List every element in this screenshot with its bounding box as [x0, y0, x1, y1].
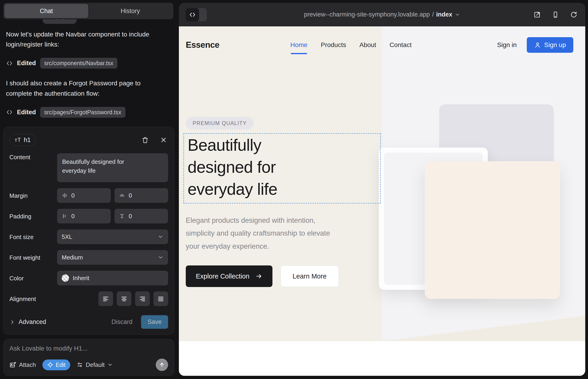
- nav-link-home[interactable]: Home: [290, 41, 308, 49]
- edit-action-label: Edited: [17, 109, 36, 116]
- delete-element-button[interactable]: [140, 135, 150, 144]
- chat-message-list: Now let's update the Navbar component to…: [6, 29, 172, 127]
- chevron-down-icon: [454, 12, 460, 17]
- nav-link-about[interactable]: About: [359, 41, 376, 49]
- preview-browser-bar: preview--charming-site-symphony.lovable.…: [179, 3, 585, 26]
- align-center-button[interactable]: [117, 291, 131, 306]
- transparent-swatch-icon: [62, 274, 69, 282]
- edit-action-label: Edited: [17, 60, 36, 67]
- padding-vertical-icon: [119, 213, 125, 219]
- edited-file-chip[interactable]: src/pages/ForgotPassword.tsx: [40, 107, 125, 118]
- arrow-up-icon: [159, 362, 165, 368]
- attach-image-icon: [9, 361, 16, 368]
- preview-pane: preview--charming-site-symphony.lovable.…: [179, 3, 585, 376]
- code-preview-toggle[interactable]: [186, 8, 207, 21]
- chat-composer: Ask Lovable to modify H1... Attach Edit: [3, 339, 174, 376]
- sign-in-link[interactable]: Sign in: [497, 41, 517, 49]
- chevron-right-icon: [9, 319, 15, 325]
- align-right-button[interactable]: [135, 291, 150, 306]
- close-editor-button[interactable]: [159, 135, 168, 144]
- chevron-down-icon: [157, 234, 164, 240]
- element-editor-panel: тT h1 Content: [3, 127, 174, 335]
- padding-horizontal-icon: [62, 213, 68, 219]
- nav-link-products[interactable]: Products: [321, 41, 346, 49]
- preview-url[interactable]: preview--charming-site-symphony.lovable.…: [304, 11, 460, 18]
- margin-y-input[interactable]: 0: [114, 188, 168, 203]
- hero-subtitle: Elegant products designed with intention…: [186, 214, 344, 253]
- font-size-select[interactable]: 5XL: [57, 229, 168, 244]
- alignment-label: Alignment: [9, 295, 57, 303]
- save-button[interactable]: Save: [141, 315, 168, 329]
- color-label: Color: [9, 274, 57, 282]
- margin-vertical-icon: [119, 192, 125, 198]
- file-edit-row[interactable]: Edited src/pages/ForgotPassword.tsx: [6, 107, 172, 118]
- file-edit-row[interactable]: Edited src/components/Navbar.tsx: [6, 58, 172, 69]
- sign-up-button[interactable]: Sign up: [527, 37, 573, 53]
- align-left-button[interactable]: [98, 291, 113, 306]
- selected-element-pill[interactable]: тT h1: [9, 134, 36, 146]
- site-logo[interactable]: Essence: [186, 40, 219, 50]
- open-in-new-tab-button[interactable]: [532, 10, 542, 19]
- selection-outline[interactable]: Beautifully designed for everyday life: [184, 133, 381, 204]
- arrow-right-icon: [255, 273, 262, 280]
- trash-icon: [141, 136, 149, 144]
- padding-x-input[interactable]: 0: [57, 209, 111, 223]
- margin-x-input[interactable]: 0: [57, 188, 111, 203]
- align-left-icon: [102, 295, 109, 302]
- tab-chat[interactable]: Chat: [4, 4, 88, 18]
- lovable-app-window: Chat History Now let's update the Navbar…: [0, 0, 588, 379]
- margin-horizontal-icon: [62, 192, 68, 198]
- font-weight-label: Font weight: [9, 254, 57, 261]
- user-icon: [534, 42, 541, 48]
- edited-file-chip[interactable]: src/components/Navbar.tsx: [40, 58, 118, 69]
- align-justify-button[interactable]: [154, 291, 168, 306]
- section-below-hero: [179, 341, 585, 376]
- code-icon: [6, 60, 13, 67]
- attach-button[interactable]: Attach: [9, 361, 36, 368]
- discard-button[interactable]: Discard: [111, 318, 133, 326]
- mobile-preview-button[interactable]: [551, 10, 560, 19]
- refresh-button[interactable]: [569, 10, 578, 19]
- tab-history[interactable]: History: [88, 4, 172, 18]
- content-textarea[interactable]: Beautifully designed for everyday life: [57, 153, 168, 182]
- align-right-icon: [139, 295, 146, 302]
- code-icon: [6, 109, 13, 116]
- nav-link-contact[interactable]: Contact: [389, 41, 412, 49]
- font-weight-select[interactable]: Medium: [57, 250, 168, 265]
- site-navbar: Essence Home Products About Contact Sign…: [186, 35, 573, 55]
- padding-y-input[interactable]: 0: [114, 209, 168, 223]
- chevron-down-icon: [107, 362, 113, 367]
- refresh-icon: [570, 11, 577, 18]
- code-icon: [186, 8, 199, 21]
- composer-input[interactable]: Ask Lovable to modify H1...: [9, 345, 168, 352]
- padding-label: Padding: [9, 212, 57, 220]
- chevron-down-icon: [157, 254, 164, 260]
- premium-quality-badge: PREMIUM QUALITY: [186, 117, 254, 130]
- typography-icon: тT: [15, 137, 21, 143]
- close-icon: [160, 136, 167, 144]
- hero-headline[interactable]: Beautifully designed for everyday life: [187, 134, 321, 200]
- mode-select[interactable]: Default: [77, 361, 113, 368]
- assistant-message: Now let's update the Navbar component to…: [6, 29, 156, 49]
- content-label: Content: [9, 153, 57, 161]
- explore-collection-button[interactable]: Explore Collection: [186, 266, 272, 287]
- external-link-icon: [533, 11, 541, 18]
- edit-mode-button[interactable]: Edit: [42, 360, 70, 370]
- site-viewport: Essence Home Products About Contact Sign…: [179, 26, 585, 376]
- target-icon: [47, 362, 53, 368]
- learn-more-button[interactable]: Learn More: [280, 266, 339, 287]
- selected-tag-label: h1: [24, 137, 31, 144]
- send-button[interactable]: [156, 359, 168, 371]
- decor-card-cream: [425, 161, 560, 299]
- align-justify-icon: [157, 295, 164, 302]
- color-input[interactable]: Inherit: [57, 271, 168, 285]
- chat-sidebar: Chat History Now let's update the Navbar…: [0, 0, 179, 379]
- assistant-message: I should also create a Forgot Password p…: [6, 78, 156, 98]
- chat-history-tabbar: Chat History: [3, 3, 173, 19]
- align-center-icon: [121, 295, 127, 302]
- margin-label: Margin: [9, 192, 57, 199]
- sliders-icon: [77, 362, 83, 368]
- advanced-toggle[interactable]: Advanced: [9, 318, 46, 326]
- smartphone-icon: [552, 11, 559, 18]
- font-size-label: Font size: [9, 233, 57, 241]
